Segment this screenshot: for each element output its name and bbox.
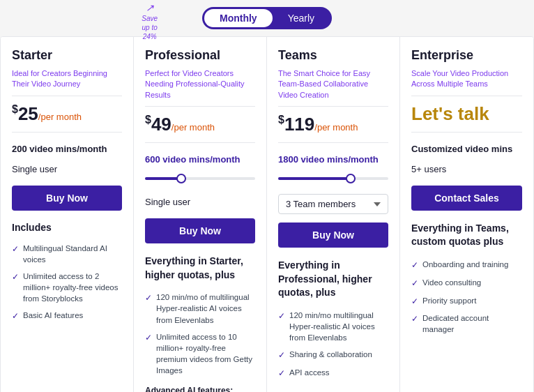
- check-icon: ✓: [411, 278, 418, 289]
- professional-buy-button[interactable]: Buy Now: [145, 218, 255, 243]
- list-item: ✓ Dedicated account manager: [411, 312, 522, 335]
- starter-buy-button[interactable]: Buy Now: [12, 186, 122, 211]
- list-item: ✓ Video consulting: [411, 277, 522, 289]
- check-icon: ✓: [411, 259, 418, 271]
- professional-includes-title: Everything in Starter, higher quotas, pl…: [145, 252, 255, 286]
- professional-user-info: Single user: [145, 194, 255, 210]
- check-icon: ✓: [411, 313, 418, 325]
- enterprise-users-plus: 5+ users: [411, 161, 522, 177]
- starter-user-info: Single user: [12, 161, 122, 177]
- check-icon: ✓: [12, 310, 19, 322]
- check-icon: ✓: [145, 332, 152, 344]
- list-item: ✓ 120 min/mo of multilingual Hyper-reali…: [145, 292, 255, 325]
- professional-price: $49/per month: [145, 114, 215, 135]
- starter-price-section: $25/per month: [12, 96, 122, 133]
- slider-thumb: [346, 174, 356, 183]
- teams-price-section: $119/per month: [278, 106, 388, 143]
- check-icon: ✓: [278, 368, 285, 379]
- enterprise-video-mins: Customized video mins: [411, 138, 522, 156]
- slider-track: [145, 177, 255, 180]
- team-members-select[interactable]: 3 Team members 1 Team member 2 Team memb…: [278, 194, 388, 214]
- list-item: ✓ Unlimited access to 10 million+ royalt…: [145, 331, 255, 376]
- slider-thumb: [176, 174, 186, 183]
- professional-price-section: $49/per month: [145, 106, 255, 143]
- enterprise-plan-tagline: Scale Your Video Production Across Multi…: [411, 68, 522, 90]
- professional-advanced-title: Advanced AI features:: [145, 386, 255, 392]
- yearly-toggle[interactable]: Yearly: [273, 9, 330, 27]
- teams-slider[interactable]: [278, 172, 388, 188]
- slider-track: [278, 177, 388, 180]
- enterprise-contact-button[interactable]: Contact Sales: [411, 186, 522, 211]
- list-item: ✓ Unlimited access to 2 million+ royalty…: [12, 271, 122, 304]
- starter-price: $25/per month: [12, 103, 82, 124]
- teams-plan-tagline: The Smart Choice for Easy Team-Based Col…: [278, 68, 388, 100]
- enterprise-plan: Enterprise Scale Your Video Production A…: [400, 37, 533, 392]
- check-icon: ✓: [278, 349, 285, 361]
- list-item: ✓ 120 min/mo multilingual Hyper-realisti…: [278, 310, 388, 343]
- teams-buy-button[interactable]: Buy Now: [278, 223, 388, 248]
- slider-fill: [278, 177, 351, 180]
- billing-toggle[interactable]: Monthly Yearly: [202, 7, 332, 29]
- teams-video-mins: 1800 video mins/month: [278, 149, 388, 166]
- professional-slider[interactable]: [145, 172, 255, 188]
- list-item: ✓ Onboarding and training: [411, 259, 522, 271]
- starter-plan-name: Starter: [12, 48, 122, 63]
- starter-includes-title: Includes: [12, 219, 122, 237]
- list-item: ✓ API access: [278, 367, 388, 379]
- check-icon: ✓: [12, 271, 19, 283]
- enterprise-includes-title: Everything in Teams, custom quotas plus: [411, 219, 522, 253]
- professional-plan-name: Professional: [145, 48, 255, 63]
- save-badge: ↗ Save up to24%: [142, 1, 158, 41]
- enterprise-feature-list: ✓ Onboarding and training ✓ Video consul…: [411, 259, 522, 336]
- list-item: ✓ Multilingual Standard AI voices: [12, 243, 122, 265]
- check-icon: ✓: [278, 310, 285, 322]
- check-icon: ✓: [411, 296, 418, 308]
- enterprise-price-section: Let's talk: [411, 96, 522, 133]
- monthly-toggle[interactable]: Monthly: [204, 9, 273, 27]
- professional-plan-tagline: Perfect for Video Creators Needing Profe…: [145, 68, 255, 100]
- starter-feature-list: ✓ Multilingual Standard AI voices ✓ Unli…: [12, 243, 122, 322]
- list-item: ✓ Priority support: [411, 295, 522, 308]
- starter-plan: Starter Ideal for Creators Beginning The…: [1, 37, 134, 392]
- starter-video-mins: 200 video mins/month: [12, 138, 122, 156]
- starter-plan-tagline: Ideal for Creators Beginning Their Video…: [12, 68, 122, 90]
- enterprise-plan-name: Enterprise: [411, 48, 522, 63]
- teams-plan-name: Teams: [278, 48, 388, 63]
- check-icon: ✓: [12, 243, 19, 255]
- teams-includes-title: Everything in Professional, higher quota…: [278, 256, 388, 304]
- plans-container: Starter Ideal for Creators Beginning The…: [0, 36, 534, 392]
- teams-feature-list: ✓ 120 min/mo multilingual Hyper-realisti…: [278, 310, 388, 379]
- teams-price: $119/per month: [278, 114, 358, 135]
- billing-toggle-section: Monthly Yearly ↗ Save up to24%: [202, 0, 332, 36]
- professional-plan: Professional Perfect for Video Creators …: [134, 37, 267, 392]
- enterprise-price: Let's talk: [411, 103, 489, 124]
- teams-plan: Teams The Smart Choice for Easy Team-Bas…: [267, 37, 400, 392]
- check-icon: ✓: [145, 292, 152, 304]
- list-item: ✓ Sharing & collaboration: [278, 349, 388, 361]
- list-item: ✓ Basic AI features: [12, 310, 122, 322]
- professional-video-mins: 600 video mins/month: [145, 149, 255, 166]
- professional-feature-list: ✓ 120 min/mo of multilingual Hyper-reali…: [145, 292, 255, 376]
